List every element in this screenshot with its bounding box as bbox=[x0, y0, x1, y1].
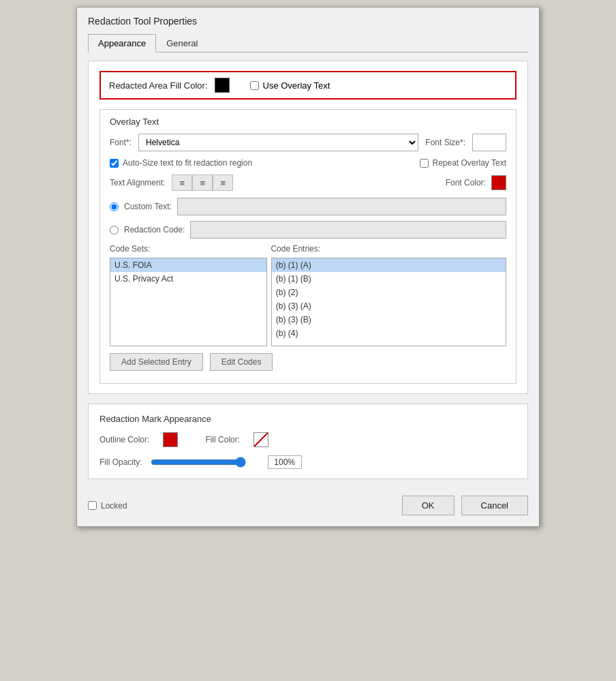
ok-button[interactable]: OK bbox=[402, 496, 455, 515]
fill-color-mark-label: Fill Color: bbox=[205, 435, 240, 444]
action-buttons-row: Add Selected Entry Edit Codes bbox=[110, 353, 506, 371]
outline-color-swatch[interactable] bbox=[163, 432, 178, 447]
font-color-label: Font Color: bbox=[446, 178, 486, 187]
add-selected-entry-button[interactable]: Add Selected Entry bbox=[110, 353, 203, 371]
tab-appearance[interactable]: Appearance bbox=[88, 34, 156, 52]
list-item[interactable]: (b) (1) (A) bbox=[272, 258, 506, 272]
edit-codes-button[interactable]: Edit Codes bbox=[210, 353, 273, 371]
redaction-code-label[interactable]: Redaction Code: bbox=[124, 225, 185, 234]
custom-text-input[interactable] bbox=[177, 198, 506, 215]
list-item[interactable]: (b) (3) (B) bbox=[272, 313, 506, 327]
fill-opacity-label: Fill Opacity: bbox=[99, 457, 142, 467]
footer-row: Locked OK Cancel bbox=[88, 490, 528, 515]
font-row: Font*: Helvetica Arial Times New Roman F… bbox=[110, 134, 506, 151]
code-sets-listbox[interactable]: U.S. FOIA U.S. Privacy Act bbox=[110, 258, 267, 346]
custom-text-radio[interactable] bbox=[110, 202, 119, 211]
codes-labels-row: Code Sets: Code Entries: bbox=[110, 244, 506, 254]
redaction-code-radio[interactable] bbox=[110, 226, 119, 234]
auto-size-label[interactable]: Auto-Size text to fit redaction region bbox=[123, 158, 252, 168]
locked-row: Locked bbox=[88, 501, 127, 511]
font-color-group: Font Color: bbox=[446, 175, 506, 190]
custom-text-row: Custom Text: bbox=[110, 198, 506, 215]
use-overlay-text-checkbox[interactable] bbox=[250, 81, 259, 90]
align-left-button[interactable]: ≡ bbox=[172, 175, 192, 191]
alignment-row: Text Alignment: ≡ ≡ ≡ Font Color: bbox=[110, 175, 506, 191]
use-overlay-text-group: Use Overlay Text bbox=[250, 80, 330, 91]
mark-appearance-section: Redaction Mark Appearance Outline Color:… bbox=[88, 404, 528, 479]
fill-opacity-slider[interactable] bbox=[151, 457, 246, 468]
repeat-overlay-label[interactable]: Repeat Overlay Text bbox=[433, 158, 507, 168]
locked-label[interactable]: Locked bbox=[101, 501, 127, 511]
cancel-button[interactable]: Cancel bbox=[461, 496, 528, 515]
list-item[interactable]: (b) (4) bbox=[272, 327, 506, 340]
tab-general[interactable]: General bbox=[156, 34, 208, 52]
opacity-row: Fill Opacity: 100% bbox=[99, 455, 517, 469]
dialog-title: Redaction Tool Properties bbox=[88, 16, 528, 27]
use-overlay-text-label[interactable]: Use Overlay Text bbox=[263, 80, 330, 91]
listboxes-row: U.S. FOIA U.S. Privacy Act (b) (1) (A) (… bbox=[110, 258, 506, 346]
redaction-code-input[interactable] bbox=[190, 221, 506, 239]
repeat-overlay-item: Repeat Overlay Text bbox=[420, 158, 507, 168]
fill-color-label: Redacted Area Fill Color: bbox=[109, 80, 208, 91]
opacity-slider-container bbox=[151, 457, 260, 468]
fill-color-mark-swatch[interactable] bbox=[253, 432, 268, 447]
text-alignment-label: Text Alignment: bbox=[110, 178, 165, 187]
align-right-button[interactable]: ≡ bbox=[213, 175, 233, 191]
dialog-buttons: OK Cancel bbox=[402, 496, 528, 515]
list-item[interactable]: (b) (2) bbox=[272, 286, 506, 299]
checkbox-row: Auto-Size text to fit redaction region R… bbox=[110, 158, 506, 168]
main-content-section: Redacted Area Fill Color: Use Overlay Te… bbox=[88, 61, 528, 394]
code-sets-label: Code Sets: bbox=[110, 244, 266, 254]
fill-opacity-value: 100% bbox=[268, 455, 302, 469]
mark-colors-row: Outline Color: Fill Color: bbox=[99, 432, 517, 447]
outline-color-label: Outline Color: bbox=[99, 435, 149, 444]
overlay-text-group: Overlay Text Font*: Helvetica Arial Time… bbox=[99, 109, 517, 384]
font-label: Font*: bbox=[110, 138, 132, 147]
font-size-input[interactable]: 10 bbox=[472, 134, 506, 151]
list-item[interactable]: U.S. FOIA bbox=[110, 258, 266, 272]
repeat-overlay-checkbox[interactable] bbox=[420, 159, 429, 168]
list-item[interactable]: (b) (1) (B) bbox=[272, 272, 506, 286]
code-entries-listbox[interactable]: (b) (1) (A) (b) (1) (B) (b) (2) (b) (3) … bbox=[271, 258, 506, 346]
code-entries-label: Code Entries: bbox=[271, 244, 506, 254]
auto-size-item: Auto-Size text to fit redaction region bbox=[110, 158, 252, 168]
redaction-code-row: Redaction Code: bbox=[110, 221, 506, 239]
fill-color-row: Redacted Area Fill Color: Use Overlay Te… bbox=[99, 71, 517, 100]
mark-appearance-title: Redaction Mark Appearance bbox=[99, 414, 517, 424]
dialog-window: Redaction Tool Properties Appearance Gen… bbox=[76, 7, 540, 527]
align-center-button[interactable]: ≡ bbox=[192, 175, 213, 191]
custom-text-label[interactable]: Custom Text: bbox=[124, 202, 172, 211]
alignment-buttons: ≡ ≡ ≡ bbox=[172, 175, 233, 191]
font-size-label: Font Size*: bbox=[425, 138, 465, 147]
fill-color-swatch[interactable] bbox=[215, 78, 230, 93]
font-color-swatch[interactable] bbox=[491, 175, 506, 190]
list-item[interactable]: U.S. Privacy Act bbox=[110, 272, 266, 286]
overlay-text-title: Overlay Text bbox=[110, 117, 506, 127]
locked-checkbox[interactable] bbox=[88, 501, 97, 510]
list-item[interactable]: (b) (3) (A) bbox=[272, 299, 506, 313]
auto-size-checkbox[interactable] bbox=[110, 159, 119, 168]
font-select[interactable]: Helvetica Arial Times New Roman bbox=[138, 134, 418, 151]
tab-bar: Appearance General bbox=[88, 33, 528, 52]
